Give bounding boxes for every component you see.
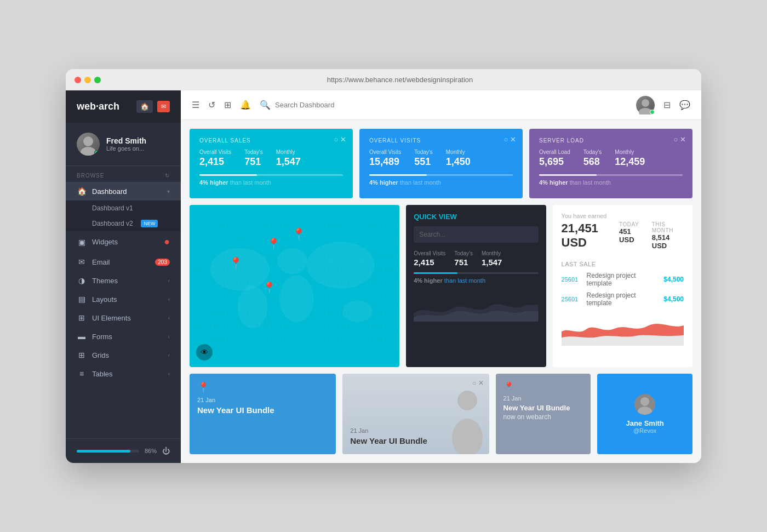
sales-visits-label: Overall Visits bbox=[199, 149, 231, 155]
bottom-card-1: 📍 21 Jan New Year UI Bundle bbox=[190, 374, 336, 454]
menu-icon[interactable]: ☰ bbox=[192, 100, 199, 110]
svg-point-13 bbox=[457, 391, 477, 410]
filter-icon[interactable]: ⊟ bbox=[663, 100, 671, 110]
sidebar-item-dashboard-v2[interactable]: Dashboard v2 NEW bbox=[66, 216, 181, 231]
quickview-search[interactable]: Search... bbox=[414, 226, 538, 243]
bottom-card-1-title: New Year UI Bundle bbox=[197, 405, 328, 415]
sidebar-item-themes[interactable]: ◑ Themes ‹ bbox=[66, 271, 181, 290]
sidebar-item-widgets[interactable]: ▣ Widgets ● bbox=[66, 231, 181, 253]
last-sale-label: LAST SALE bbox=[562, 261, 684, 267]
sales-visits-val: 2,415 bbox=[199, 156, 231, 168]
sidebar-footer: 86% ⏻ bbox=[66, 438, 181, 463]
logo-text: web·arch bbox=[77, 101, 119, 112]
location-pin-icon: 📍 bbox=[197, 381, 328, 393]
server-card-controls[interactable]: ○ ✕ bbox=[674, 135, 686, 144]
power-button[interactable]: ⏻ bbox=[162, 447, 170, 455]
sidebar-item-tables[interactable]: ≡ Tables ‹ bbox=[66, 364, 181, 383]
stat-cards-row: OVERALL SALES ○ ✕ Overall Visits 2,415 T… bbox=[190, 129, 692, 198]
widgets-dot: ● bbox=[164, 236, 170, 248]
home-icon[interactable]: 🏠 bbox=[136, 100, 153, 113]
grids-icon: ⊞ bbox=[77, 351, 87, 359]
sidebar-item-dashboard[interactable]: 🏠 Dashboard ▾ bbox=[66, 182, 181, 201]
user-tagline: Life goes on... bbox=[106, 145, 146, 152]
visits-stats-row: Overall Visits 15,489 Today's 551 Monthl… bbox=[369, 149, 513, 168]
sales-monthly-val: 1,547 bbox=[276, 156, 301, 168]
progress-pct: 86% bbox=[145, 448, 157, 454]
topbar-avatar[interactable] bbox=[636, 96, 655, 115]
sales-visits: Overall Visits 2,415 bbox=[199, 149, 231, 168]
topbar-right: ⊟ 💬 bbox=[636, 96, 690, 115]
sale-row-1: 25601 Redesign project template $4,500 bbox=[562, 272, 684, 287]
earnings-wave-chart bbox=[562, 312, 684, 351]
search-container: 🔍 bbox=[260, 100, 413, 110]
browse-label: BROWSE ↻ bbox=[66, 166, 181, 182]
server-footer: 4% higher than last month bbox=[539, 179, 683, 186]
refresh-icon[interactable]: ↺ bbox=[208, 100, 215, 110]
layouts-icon: ▤ bbox=[77, 295, 87, 304]
quick-view-card: QUICK VIEW Search... Overall Visits 2,41… bbox=[406, 205, 546, 368]
server-card-title: SERVER LOAD bbox=[539, 138, 683, 144]
sidebar-item-forms[interactable]: ▬ Forms ‹ bbox=[66, 327, 181, 346]
topbar-online-dot bbox=[650, 110, 655, 115]
map-pin-2: 📍 bbox=[267, 237, 281, 250]
sidebar-item-label: Dashboard bbox=[92, 187, 162, 196]
progress-bar bbox=[77, 450, 139, 453]
close-button[interactable] bbox=[75, 77, 81, 83]
bottom-card-1-date: 21 Jan bbox=[197, 397, 328, 403]
sales-stats-row: Overall Visits 2,415 Today's 751 Monthly… bbox=[199, 149, 343, 168]
user-card-handle: @Revox bbox=[633, 427, 656, 434]
today-label: TODAY bbox=[619, 221, 644, 227]
themes-icon: ◑ bbox=[77, 276, 87, 285]
svg-point-14 bbox=[452, 419, 483, 454]
bell-icon[interactable]: 🔔 bbox=[240, 100, 251, 110]
ui-elements-icon: ⊞ bbox=[77, 313, 87, 322]
email-icon: ✉ bbox=[77, 258, 87, 266]
overall-sales-card: OVERALL SALES ○ ✕ Overall Visits 2,415 T… bbox=[190, 129, 353, 198]
tables-icon: ≡ bbox=[77, 369, 87, 378]
bottom-card-3-title: New Year UI Bundle bbox=[503, 404, 583, 412]
visits-footer: 4% higher than last month bbox=[369, 179, 513, 186]
month-label: THIS MONTH bbox=[652, 221, 684, 233]
svg-point-0 bbox=[83, 136, 93, 146]
month-value: 8,514 USD bbox=[652, 233, 684, 250]
grid-icon[interactable]: ⊞ bbox=[224, 100, 231, 110]
bottom-card-2: ○ ✕ 21 Jan New Year UI Bundle bbox=[342, 374, 489, 454]
server-load-card: SERVER LOAD ○ ✕ Overall Load 5,695 Today… bbox=[529, 129, 692, 198]
map-pin-3: 📍 bbox=[292, 227, 306, 241]
sidebar-logo: web·arch 🏠 ✉ bbox=[66, 90, 181, 123]
person-silhouette bbox=[445, 374, 489, 454]
maximize-button[interactable] bbox=[94, 77, 101, 83]
sales-card-controls[interactable]: ○ ✕ bbox=[334, 135, 346, 144]
sales-today: Today's 751 bbox=[244, 149, 263, 168]
avatar bbox=[77, 133, 100, 156]
dashboard-submenu: Dashboard v1 Dashboard v2 NEW bbox=[66, 201, 181, 231]
user-card: Jane Smith @Revox bbox=[597, 374, 692, 454]
sidebar-item-ui-elements[interactable]: ⊞ UI Elements ‹ bbox=[66, 308, 181, 327]
dashboard-grid: OVERALL SALES ○ ✕ Overall Visits 2,415 T… bbox=[181, 120, 701, 463]
map-pin-1: 📍 bbox=[229, 256, 243, 270]
svg-point-1 bbox=[81, 147, 96, 156]
middle-row: 📍 📍 📍 📍 👁 QUICK VIEW Search... bbox=[190, 205, 692, 368]
bottom-row: 📍 21 Jan New Year UI Bundle ○ ✕ 21 Jan N… bbox=[190, 374, 692, 454]
widgets-icon: ▣ bbox=[77, 238, 87, 247]
bottom-card-3-date: 21 Jan bbox=[503, 395, 583, 402]
visits-card-controls[interactable]: ○ ✕ bbox=[504, 135, 516, 144]
quickview-title: QUICK VIEW bbox=[414, 213, 538, 221]
sales-today-label: Today's bbox=[244, 149, 263, 155]
chat-icon[interactable]: 💬 bbox=[679, 100, 690, 110]
sidebar-item-layouts[interactable]: ▤ Layouts ‹ bbox=[66, 290, 181, 308]
sidebar-item-dashboard-v1[interactable]: Dashboard v1 bbox=[66, 201, 181, 216]
sidebar-item-grids[interactable]: ⊞ Grids ‹ bbox=[66, 346, 181, 364]
sidebar-item-email[interactable]: ✉ Email 203 bbox=[66, 253, 181, 271]
sales-footer: 4% higher than last month bbox=[199, 179, 343, 186]
search-input[interactable] bbox=[275, 101, 413, 109]
quickview-wave-chart bbox=[414, 293, 538, 325]
main-content: ☰ ↺ ⊞ 🔔 🔍 ⊟ 💬 bbox=[181, 90, 701, 463]
visits-card-title: OVERALL VISITS bbox=[369, 138, 513, 144]
minimize-button[interactable] bbox=[84, 77, 91, 83]
svg-rect-12 bbox=[190, 223, 399, 349]
mail-icon[interactable]: ✉ bbox=[157, 101, 170, 112]
email-badge: 203 bbox=[155, 259, 170, 266]
url-bar[interactable]: https://www.behance.net/webdesigninspira… bbox=[107, 76, 692, 84]
sidebar: web·arch 🏠 ✉ bbox=[66, 90, 181, 463]
